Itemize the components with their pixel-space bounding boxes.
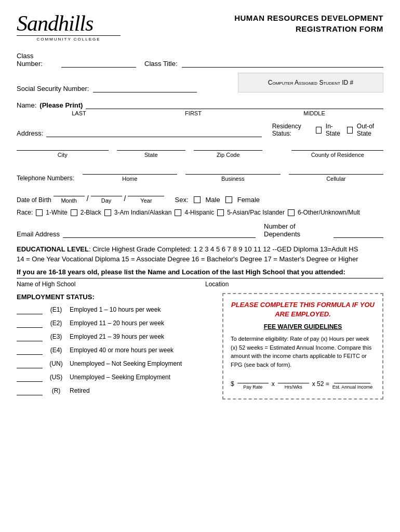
ed-section: EDUCATIONAL LEVEL: Circle Highest Grade … — [17, 245, 383, 263]
race-5-checkbox[interactable] — [217, 209, 224, 216]
name-last-label: LAST — [17, 110, 141, 116]
phone-home-label: Home — [83, 176, 177, 182]
race-4-checkbox[interactable] — [175, 209, 181, 216]
emp-row-e1: (E1) Employed 1 – 10 hours per week — [17, 305, 214, 314]
county-field[interactable] — [291, 141, 383, 151]
emp-r-field[interactable] — [17, 386, 43, 395]
logo-area: Sandhills COMMUNITY COLLEGE — [17, 12, 121, 42]
dob-month-field: Month — [54, 187, 85, 204]
race-label: Race: — [17, 209, 33, 216]
race-3-label: 3-Am Indian/Alaskan — [114, 209, 172, 216]
dob-day-label: Day — [91, 197, 122, 204]
race-5-label: 5-Asian/Pac Islander — [227, 209, 285, 216]
class-number-field[interactable] — [61, 58, 136, 68]
class-number-group: Class Number: — [17, 52, 136, 68]
emp-e4-field[interactable] — [17, 345, 43, 355]
dob-group: Date of Birth Month / Day / Year — [17, 187, 164, 204]
emp-e1-field[interactable] — [17, 305, 43, 314]
ssn-row: Social Security Number: Computer Assigne… — [17, 73, 383, 92]
class-number-label: Class Number: — [17, 52, 57, 68]
dob-slash2: / — [124, 194, 126, 203]
zip-label: Zip Code — [194, 152, 262, 158]
in-state-checkbox[interactable] — [316, 127, 322, 134]
dob-sex-row: Date of Birth Month / Day / Year Sex: Ma… — [17, 187, 383, 204]
name-first-label: FIRST — [141, 110, 245, 116]
sex-group: Sex: Male Female — [175, 196, 260, 204]
form-title: HUMAN RESOURCES DEVELOPMENT REGISTRATION… — [234, 12, 383, 34]
computer-id-label: Computer Assigned Student ID # — [268, 79, 353, 86]
phone-home-group: Home — [83, 165, 177, 182]
emp-e2-field[interactable] — [17, 318, 43, 328]
phone-home-field[interactable] — [83, 165, 177, 175]
race-3-checkbox[interactable] — [104, 209, 111, 216]
dob-month-label: Month — [54, 197, 85, 204]
formula-title: PLEASE COMPLETE THIS FORMULA IF YOU ARE … — [231, 300, 375, 319]
race-2-label: 2-Black — [81, 209, 101, 216]
county-label: County of Residence — [291, 152, 383, 158]
est-income-input[interactable] — [334, 374, 370, 383]
class-title-label: Class Title: — [144, 60, 178, 68]
sex-female-label: Female — [237, 196, 260, 204]
name-bold: (Please Print) — [39, 101, 83, 109]
ssn-field[interactable] — [93, 83, 197, 92]
est-income-field: Est. Annual Income — [332, 374, 373, 390]
emp-un-field[interactable] — [17, 359, 43, 368]
pay-rate-input[interactable] — [237, 374, 269, 383]
dep-group: Number of Dependents — [264, 222, 383, 238]
zip-field[interactable] — [194, 141, 262, 151]
fee-waiver-title: FEE WAIVER GUIDELINES — [231, 323, 375, 330]
email-field[interactable] — [63, 229, 256, 238]
out-state-checkbox[interactable] — [347, 127, 353, 134]
emp-row-e4: (E4) Employed 40 or more hours per week — [17, 345, 214, 355]
emp-e1-code: (E1) — [47, 306, 65, 313]
formula-box: PLEASE COMPLETE THIS FORMULA IF YOU ARE … — [222, 293, 383, 400]
residency-label: Residency Status: — [272, 123, 312, 137]
dob-day-input[interactable] — [91, 187, 122, 196]
race-2-checkbox[interactable] — [71, 209, 77, 216]
logo-sub: COMMUNITY COLLEGE — [17, 35, 121, 42]
dep-field[interactable] — [334, 229, 383, 238]
city-field[interactable] — [17, 141, 109, 151]
hs-location-group: Location — [205, 281, 383, 288]
sex-male-label: Male — [206, 196, 220, 204]
est-income-label: Est. Annual Income — [332, 384, 373, 390]
name-label: Name: — [17, 101, 36, 109]
phone-cellular-field[interactable] — [289, 165, 383, 175]
emp-row-un: (UN) Unemployed – Not Seeking Employment — [17, 359, 214, 368]
employment-left: EMPLOYMENT STATUS: (E1) Employed 1 – 10 … — [17, 293, 222, 400]
race-6-checkbox[interactable] — [288, 209, 295, 216]
phone-label: Telephone Numbers: — [17, 175, 74, 182]
dob-year-input[interactable] — [128, 187, 164, 196]
dollar-sign: $ — [231, 380, 234, 388]
sex-female-checkbox[interactable] — [225, 196, 232, 203]
emp-e3-desc: Employed 21 – 39 hours per week — [70, 333, 214, 340]
ed-line2: 14 = One Year Vocational Diploma 15 = As… — [17, 255, 383, 263]
emp-e1-desc: Employed 1 – 10 hours per week — [70, 306, 214, 313]
emp-row-e3: (E3) Employed 21 – 39 hours per week — [17, 332, 214, 341]
phone-business-field[interactable] — [185, 165, 280, 175]
emp-e3-field[interactable] — [17, 332, 43, 341]
emp-row-us: (US) Unemployed – Seeking Employment — [17, 373, 214, 382]
race-1-checkbox[interactable] — [36, 209, 43, 216]
city-label: City — [17, 152, 109, 158]
phone-business-label: Business — [185, 176, 280, 182]
emp-us-field[interactable] — [17, 373, 43, 382]
hs-divider — [17, 278, 383, 278]
hrs-wks-input[interactable] — [278, 374, 309, 383]
emp-e2-code: (E2) — [47, 320, 65, 327]
sex-label: Sex: — [175, 196, 188, 204]
ssn-group: Social Security Number: — [17, 83, 238, 92]
name-field[interactable] — [86, 100, 383, 109]
address-field[interactable] — [46, 128, 261, 137]
class-title-field[interactable] — [182, 58, 383, 68]
dob-day-field: Day — [91, 187, 122, 204]
dob-month-input[interactable] — [54, 187, 85, 196]
employment-section: EMPLOYMENT STATUS: (E1) Employed 1 – 10 … — [17, 293, 383, 400]
hs-notice: If you are 16-18 years old, please list … — [17, 268, 383, 276]
emp-un-desc: Unemployed – Not Seeking Employment — [70, 360, 214, 367]
state-field[interactable] — [117, 141, 185, 151]
name-middle-label: MIDDLE — [245, 110, 383, 116]
hrs-wks-field: Hrs/Wks — [278, 374, 309, 390]
sex-male-checkbox[interactable] — [194, 196, 201, 203]
emp-row-e2: (E2) Employed 11 – 20 hours per week — [17, 318, 214, 328]
